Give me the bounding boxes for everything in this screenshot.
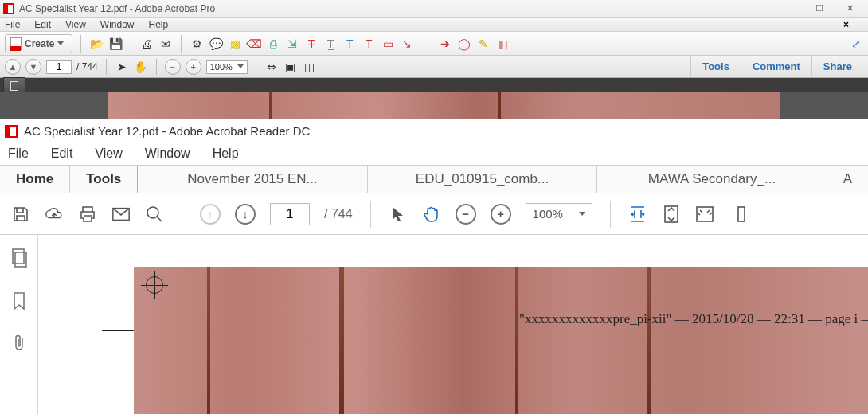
bookmark-icon[interactable] — [11, 291, 27, 313]
menu-edit[interactable]: Edit — [51, 146, 73, 161]
menu-file[interactable]: File — [5, 19, 20, 30]
read-mode-icon[interactable] — [695, 205, 714, 224]
attachment-icon[interactable] — [11, 334, 27, 355]
tab-doc-4[interactable]: A — [827, 166, 868, 193]
text-strike-icon[interactable]: T̶ — [304, 37, 319, 51]
dc-sidebar — [0, 235, 38, 414]
tab-doc-1[interactable]: November 2015 EN... — [138, 166, 367, 193]
menu-help[interactable]: Help — [213, 146, 239, 161]
menu-edit[interactable]: Edit — [34, 19, 51, 30]
save-icon[interactable]: 💾 — [108, 37, 123, 51]
page-number-input[interactable] — [46, 60, 72, 74]
email-icon[interactable]: ✉ — [158, 37, 173, 51]
print-icon[interactable] — [78, 205, 97, 224]
menu-file[interactable]: File — [8, 146, 29, 161]
stamp-add-icon[interactable]: ⎙ — [266, 37, 280, 51]
page-number-input[interactable] — [270, 203, 310, 225]
callout-icon[interactable]: ↘ — [400, 37, 414, 51]
text-underline-icon[interactable]: T̲ — [323, 37, 338, 51]
svg-point-1 — [147, 207, 158, 218]
menu-view[interactable]: View — [95, 146, 122, 161]
tab-tools[interactable]: Tools — [70, 166, 138, 193]
print-icon[interactable]: 🖨 — [139, 37, 154, 51]
gear-icon[interactable]: ⚙ — [190, 37, 204, 51]
comment-panel-link[interactable]: Comment — [741, 56, 811, 77]
tab-doc-3[interactable]: MAWA Secondary_... — [597, 166, 827, 193]
cloud-upload-icon[interactable] — [45, 205, 64, 224]
pro-menubar: File Edit View Window Help × — [0, 18, 868, 32]
pro-page-preview — [0, 92, 868, 119]
svg-rect-5 — [13, 249, 24, 264]
zoom-value: 100% — [210, 62, 233, 72]
open-icon[interactable]: 📂 — [89, 37, 104, 51]
text-box-icon[interactable]: T — [362, 37, 376, 51]
highlight-icon[interactable]: ▩ — [228, 37, 242, 51]
two-page-icon[interactable]: ◫ — [303, 60, 317, 74]
pro-quick-toolbar: Create 📂 💾 🖨 ✉ ⚙ 💬 ▩ ⌫ ⎙ ⇲ T̶ T̲ T T ▭ ↘… — [0, 32, 868, 56]
oval-icon[interactable]: ◯ — [457, 37, 471, 51]
zoom-select[interactable]: 100% — [526, 203, 592, 225]
stamp-replace-icon[interactable]: ⇲ — [285, 37, 299, 51]
eraser-icon[interactable]: ◧ — [495, 37, 510, 51]
prev-page-button[interactable]: ▲ — [5, 59, 21, 75]
save-icon[interactable] — [11, 205, 30, 224]
email-icon[interactable] — [111, 205, 131, 224]
fullscreen-icon[interactable]: ⤢ — [849, 37, 863, 51]
select-tool-icon[interactable] — [389, 205, 408, 224]
more-tools-icon[interactable] — [732, 205, 751, 224]
minimize-button[interactable]: — — [774, 0, 804, 18]
hand-tool-icon[interactable] — [422, 205, 441, 224]
acrobat-reader-icon — [5, 125, 18, 138]
rectangle-icon[interactable]: ▭ — [381, 37, 395, 51]
search-icon[interactable] — [145, 205, 164, 224]
pdf-icon — [10, 37, 22, 50]
pro-doc-frame — [0, 78, 868, 92]
next-page-button[interactable]: ↓ — [235, 204, 256, 225]
svg-rect-6 — [15, 252, 26, 267]
pro-window-title: AC Specialist Year 12.pdf - Adobe Acroba… — [19, 3, 215, 14]
dc-main-toolbar: ↑ ↓ / 744 − + 100% — [0, 193, 868, 235]
share-panel-link[interactable]: Share — [811, 56, 863, 77]
prev-page-button[interactable]: ↑ — [200, 204, 221, 225]
tools-panel-link[interactable]: Tools — [690, 56, 741, 77]
line-icon[interactable]: — — [419, 37, 433, 51]
acrobat-pro-icon — [3, 3, 14, 14]
sticky-note-icon[interactable]: 💬 — [209, 37, 223, 51]
select-tool-icon[interactable]: ➤ — [115, 60, 129, 74]
document-close-icon[interactable]: × — [843, 19, 849, 30]
zoom-out-button[interactable]: − — [456, 204, 476, 225]
fit-width-icon[interactable]: ⇔ — [264, 60, 279, 74]
zoom-value: 100% — [533, 207, 563, 221]
tab-doc-2[interactable]: EDU_010915_comb... — [368, 166, 597, 193]
fit-page-icon[interactable]: ▣ — [283, 60, 298, 74]
maximize-button[interactable]: ☐ — [804, 0, 835, 18]
fit-page-icon[interactable] — [662, 205, 681, 224]
tab-home[interactable]: Home — [0, 166, 70, 193]
close-button[interactable]: ✕ — [835, 0, 865, 18]
hand-tool-icon[interactable]: ✋ — [134, 60, 148, 74]
dc-tab-bar: Home Tools November 2015 EN... EDU_01091… — [0, 165, 868, 193]
zoom-out-button[interactable]: − — [165, 59, 181, 75]
create-button[interactable]: Create — [5, 34, 72, 53]
pro-page-toolbar: ▲ ▼ / 744 ➤ ✋ − + 100% ⇔ ▣ ◫ Tools Comme… — [0, 56, 868, 78]
zoom-in-button[interactable]: + — [491, 204, 511, 225]
zoom-select[interactable]: 100% — [206, 60, 248, 74]
fit-width-icon[interactable] — [628, 205, 647, 224]
thumbnails-icon[interactable] — [10, 248, 28, 271]
page-footer-text: "xxxxxxxxxxxxxpre_pi-xii" — 2015/10/28 —… — [519, 311, 868, 327]
menu-view[interactable]: View — [65, 19, 86, 30]
menu-window[interactable]: Window — [100, 19, 135, 30]
dc-document-area[interactable]: "xxxxxxxxxxxxxpre_pi-xii" — 2015/10/28 —… — [38, 235, 868, 414]
chevron-down-icon — [57, 41, 64, 45]
pencil-icon[interactable]: ✎ — [476, 37, 491, 51]
menu-help[interactable]: Help — [149, 19, 169, 30]
next-page-button[interactable]: ▼ — [25, 59, 41, 75]
chevron-down-icon — [579, 212, 585, 216]
text-insert-icon[interactable]: T — [342, 37, 357, 51]
stamp-delete-icon[interactable]: ⌫ — [247, 37, 261, 51]
dc-titlebar: AC Specialist Year 12.pdf - Adobe Acroba… — [0, 119, 868, 143]
zoom-in-button[interactable]: + — [186, 59, 201, 75]
arrow-icon[interactable]: ➔ — [438, 37, 452, 51]
dc-window-title: AC Specialist Year 12.pdf - Adobe Acroba… — [24, 124, 310, 138]
menu-window[interactable]: Window — [145, 146, 190, 161]
